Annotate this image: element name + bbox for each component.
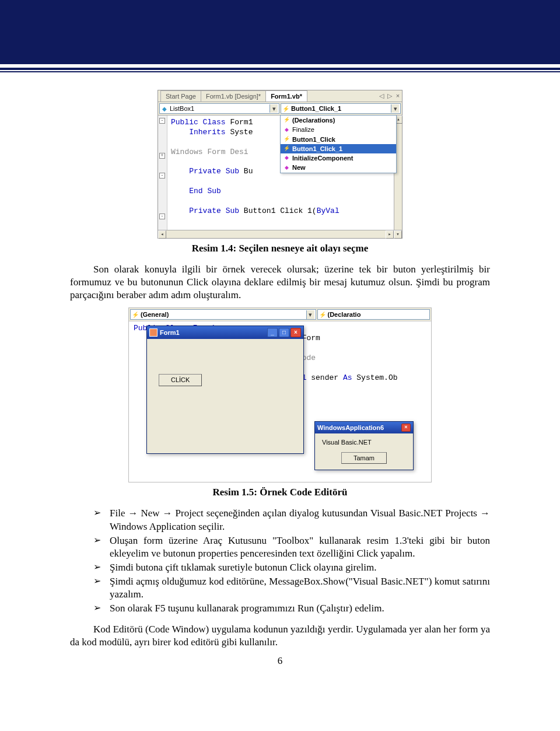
tab-close-icon[interactable]: × (394, 92, 402, 100)
minimize-button[interactable]: _ (267, 328, 278, 337)
lightning-icon: ⚡ (319, 311, 326, 318)
form1-title: Form1 (160, 328, 180, 337)
list-item: File → New → Project seçeneğinden açılan… (93, 507, 490, 533)
outline-toggle-icon[interactable]: - (159, 173, 165, 179)
dropdown-item-label: New (292, 163, 306, 172)
dropdown-item-label: Button1_Click (292, 135, 335, 144)
list-item: Oluşan form üzerine Araç Kutusunu "Toolb… (93, 534, 490, 560)
maximize-button[interactable]: □ (279, 328, 289, 337)
lightning-icon: ⚡ (282, 105, 289, 112)
event-selector-value-2: (Declaratio (328, 310, 429, 319)
dropdown-item[interactable]: ⚡Button1_Click (281, 135, 396, 144)
dropdown-item-label: Button1_Click_1 (292, 145, 342, 153)
tab-start-page[interactable]: Start Page (160, 90, 201, 102)
scroll-down-icon[interactable]: ▾ (394, 230, 402, 239)
lightning-icon: ⚡ (283, 117, 290, 124)
page-number: 6 (70, 655, 490, 667)
tab-form1-vb[interactable]: Form1.vb* (265, 90, 307, 102)
screenshot-code-editor-2: ⚡ (General) ▾ ⚡ (Declaratio Public Class… (128, 307, 432, 482)
outline-toggle-icon[interactable]: + (159, 153, 165, 159)
dropdown-item-label: (Declarations) (292, 116, 335, 124)
outline-toggle-icon[interactable]: - (159, 214, 165, 219)
chevron-down-icon[interactable]: ▾ (306, 310, 314, 319)
horizontal-scrollbar[interactable]: ◂ ▸ ▾ (158, 230, 402, 238)
bullet-list: File → New → Project seçeneğinden açılan… (93, 507, 490, 615)
chevron-down-icon[interactable]: ▾ (391, 104, 399, 113)
message-box: WindowsApplication6 × Visual Basic.NET T… (314, 421, 414, 471)
dropdown-item[interactable]: ◆InitializeComponent (281, 153, 396, 163)
msgbox-close-button[interactable]: × (401, 424, 411, 432)
header-line-thick (0, 68, 560, 70)
form1-window: Form1 _ □ × CLİCK (146, 326, 304, 454)
lightning-icon: ⚡ (283, 136, 290, 143)
scroll-left-icon[interactable]: ◂ (158, 230, 166, 239)
magenta-icon: ◆ (283, 126, 290, 133)
tab-form1-design[interactable]: Form1.vb [Design]* (201, 90, 266, 102)
lightning-icon: ⚡ (132, 311, 139, 318)
magenta-icon: ◆ (283, 155, 290, 162)
dropdown-item[interactable]: ⚡(Declarations) (281, 116, 396, 125)
object-icon: ◆ (161, 105, 168, 112)
object-selector-value: ListBox1 (170, 104, 270, 113)
paragraph-2: Kod Editörü (Code Window) uygulama kodun… (70, 623, 490, 649)
event-selector-combo[interactable]: ⚡ Button1_Click_1 ▾ (281, 103, 401, 114)
dropdown-item[interactable]: ◆Finalize (281, 125, 396, 134)
msgbox-title: WindowsApplication6 (317, 424, 384, 432)
page-content: Start Page Form1.vb [Design]* Form1.vb* … (0, 72, 560, 680)
chevron-down-icon[interactable]: ▾ (270, 104, 278, 113)
click-button[interactable]: CLİCK (159, 374, 202, 386)
event-dropdown-list: ⚡(Declarations)◆Finalize⚡Button1_Click⚡B… (280, 115, 397, 173)
lightning-icon: ⚡ (283, 145, 290, 152)
msgbox-titlebar[interactable]: WindowsApplication6 × (315, 422, 413, 433)
figure-caption-2: Resim 1.5: Örnek Code Editörü (70, 486, 490, 499)
tab-nav-left-icon[interactable]: ◁ (377, 92, 386, 100)
scroll-right-icon[interactable]: ▸ (386, 230, 394, 239)
object-selector-combo[interactable]: ◆ ListBox1 ▾ (159, 103, 279, 114)
list-item: Şimdi butona çift tıklamak suretiyle but… (93, 561, 490, 574)
code-gutter: - + - - (158, 116, 167, 238)
outline-toggle-icon[interactable]: - (159, 118, 165, 124)
paragraph-1: Son olarak konuyla ilgili bir örnek vere… (70, 263, 490, 302)
magenta-icon: ◆ (283, 165, 290, 172)
dropdown-item-label: InitializeComponent (292, 154, 354, 162)
tab-nav-right-icon[interactable]: ▷ (386, 92, 394, 100)
header-band (0, 0, 560, 64)
list-item: Şimdi açmış olduğumuz kod editörüne, Mes… (93, 575, 490, 601)
event-selector-value: Button1_Click_1 (291, 104, 391, 113)
object-selector-value-2: (General) (141, 310, 306, 319)
dropdown-item[interactable]: ◆New (281, 163, 396, 172)
form1-titlebar[interactable]: Form1 _ □ × (147, 326, 303, 339)
screenshot-code-editor-1: Start Page Form1.vb [Design]* Form1.vb* … (158, 90, 402, 239)
tab-bar: Start Page Form1.vb [Design]* Form1.vb* … (158, 90, 402, 102)
msgbox-text: Visual Basic.NET (322, 438, 406, 446)
form-icon (149, 328, 158, 337)
dropdown-item-label: Finalize (292, 125, 314, 134)
list-item: Son olarak F5 tuşunu kullanarak programı… (93, 602, 490, 615)
msgbox-ok-button[interactable]: Tamam (341, 452, 387, 464)
dropdown-item[interactable]: ⚡Button1_Click_1 (281, 144, 396, 153)
object-selector-combo-2[interactable]: ⚡ (General) ▾ (130, 309, 316, 320)
figure-caption-1: Resim 1.4: Seçilen nesneye ait olayı seç… (70, 242, 490, 255)
close-button[interactable]: × (290, 328, 301, 337)
event-selector-combo-2[interactable]: ⚡ (Declaratio (317, 309, 430, 320)
